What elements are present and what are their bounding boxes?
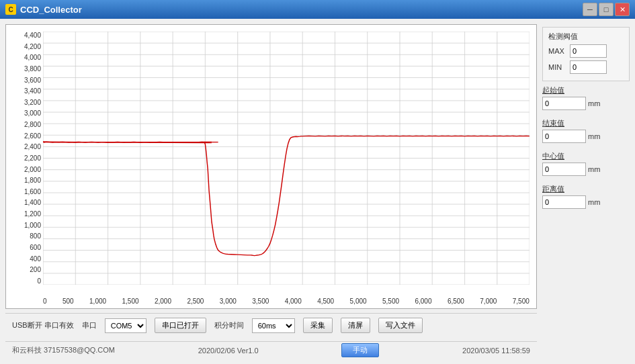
x-axis-labels: 0 500 1,000 1,500 2,000 2,500 3,000 3,50…	[43, 298, 530, 305]
clear-button[interactable]: 清屏	[341, 318, 370, 333]
chart-section: 4,400 4,200 4,000 3,800 3,600 3,400 3,20…	[5, 24, 537, 359]
interval-select[interactable]: 60ms 30ms 120ms 240ms	[252, 318, 295, 333]
distance-unit: mm	[588, 198, 600, 206]
end-label: 结束值	[542, 118, 630, 128]
title-bar-left: C CCD_Collector	[5, 4, 82, 15]
manual-button[interactable]: 手动	[341, 343, 379, 357]
threshold-title: 检测阀值	[548, 32, 624, 42]
minimize-button[interactable]: ─	[583, 3, 597, 16]
write-file-button[interactable]: 写入文件	[378, 318, 423, 333]
max-row: MAX	[548, 44, 624, 58]
distance-input[interactable]	[542, 195, 586, 209]
chart-svg	[43, 32, 530, 285]
right-panel: 检测阀值 MAX MIN 起始值 mm 结束值 mm	[542, 24, 630, 359]
port-select[interactable]: COM5 COM1 COM2 COM3 COM4 COM6	[105, 318, 146, 333]
toolbar: USB断开 串口有效 串口 COM5 COM1 COM2 COM3 COM4 C…	[5, 313, 537, 337]
center-row: 中心值 mm	[542, 151, 630, 176]
collect-button[interactable]: 采集	[303, 318, 333, 333]
chart-draw-area	[43, 32, 530, 285]
distance-row: 距离值 mm	[542, 184, 630, 209]
distance-label: 距离值	[542, 184, 630, 194]
usb-status: USB断开 串口有效	[12, 320, 74, 330]
start-label: 起始值	[542, 85, 630, 95]
interval-label: 积分时间	[214, 320, 244, 330]
chart-container: 4,400 4,200 4,000 3,800 3,600 3,400 3,20…	[5, 24, 537, 309]
datetime-info: 2020/03/05 11:58:59	[462, 347, 530, 355]
center-label: 中心值	[542, 151, 630, 161]
end-row: 结束值 mm	[542, 118, 630, 143]
port-label: 串口	[82, 320, 97, 330]
title-bar: C CCD_Collector ─ □ ✕	[0, 0, 635, 19]
max-label: MAX	[548, 47, 567, 55]
app-icon: C	[5, 4, 16, 15]
main-content: 4,400 4,200 4,000 3,800 3,600 3,400 3,20…	[0, 19, 635, 364]
min-input[interactable]	[570, 60, 607, 74]
maximize-button[interactable]: □	[599, 3, 613, 16]
open-port-button[interactable]: 串口已打开	[155, 318, 206, 333]
center-unit: mm	[588, 165, 600, 173]
company-info: 和云科技 37157538@QQ.COM	[12, 345, 115, 355]
min-row: MIN	[548, 60, 624, 74]
center-input[interactable]	[542, 163, 586, 176]
y-axis-labels: 4,400 4,200 4,000 3,800 3,600 3,400 3,20…	[7, 32, 41, 285]
min-label: MIN	[548, 63, 567, 71]
window-title: CCD_Collector	[20, 5, 82, 15]
end-input[interactable]	[542, 130, 586, 143]
start-row: 起始值 mm	[542, 85, 630, 110]
window-controls[interactable]: ─ □ ✕	[583, 3, 630, 16]
version-info: 2020/02/06 Ver1.0	[198, 347, 259, 355]
close-button[interactable]: ✕	[615, 3, 630, 16]
start-unit: mm	[588, 99, 600, 107]
max-input[interactable]	[570, 44, 607, 58]
start-input[interactable]	[542, 97, 586, 110]
end-unit: mm	[588, 132, 600, 140]
footer-bar: 和云科技 37157538@QQ.COM 2020/02/06 Ver1.0 手…	[5, 341, 537, 359]
threshold-section: 检测阀值 MAX MIN	[542, 27, 630, 81]
